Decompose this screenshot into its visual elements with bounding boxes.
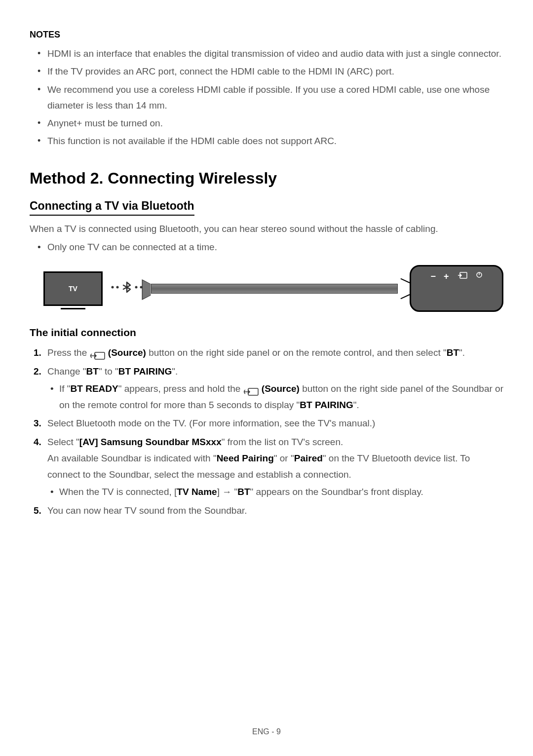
subsection-title: Connecting a TV via Bluetooth bbox=[30, 199, 194, 216]
step-bold: BT READY bbox=[71, 383, 118, 394]
source-icon bbox=[90, 349, 106, 358]
step-item: Press the (Source) button on the right s… bbox=[47, 344, 503, 361]
svg-point-0 bbox=[112, 286, 114, 288]
svg-point-2 bbox=[135, 286, 138, 288]
tv-stand-icon bbox=[61, 306, 85, 309]
step-bold: BT bbox=[86, 366, 99, 377]
step-text: ". bbox=[353, 400, 359, 410]
list-item: Only one TV can be connected at a time. bbox=[47, 239, 503, 255]
notes-header: NOTES bbox=[30, 30, 503, 40]
connector-icon bbox=[400, 288, 410, 289]
list-item: This function is not available if the HD… bbox=[47, 133, 503, 149]
step-bold: Need Pairing bbox=[217, 453, 274, 463]
bluetooth-icon bbox=[110, 281, 144, 296]
source-icon bbox=[457, 271, 468, 281]
step-text: ". bbox=[172, 366, 178, 377]
tv-label: TV bbox=[69, 285, 77, 293]
list-item: HDMI is an interface that enables the di… bbox=[47, 46, 503, 62]
nested-list: If "BT READY" appears, press and hold th… bbox=[47, 380, 503, 414]
step-text: When the TV is connected, [ bbox=[59, 487, 177, 497]
list-item: We recommend you use a coreless HDMI cab… bbox=[47, 82, 503, 114]
step-bold: BT bbox=[447, 347, 459, 358]
step-bold: (Source) bbox=[259, 383, 300, 394]
step-bold: BT PAIRING bbox=[118, 366, 172, 377]
notes-list: HDMI is an interface that enables the di… bbox=[30, 46, 503, 150]
plus-icon: + bbox=[444, 271, 449, 282]
step-text: " appears, press and hold the bbox=[118, 383, 243, 394]
step-text: ". bbox=[459, 347, 465, 358]
method-title: Method 2. Connecting Wirelessly bbox=[30, 169, 503, 188]
step-text: " to " bbox=[99, 366, 118, 377]
steps-list: Press the (Source) button on the right s… bbox=[30, 344, 503, 519]
connection-diagram: TV − + bbox=[43, 265, 503, 312]
step-text: If " bbox=[59, 383, 71, 394]
step-text: Change " bbox=[47, 366, 86, 377]
description-text: When a TV is connected using Bluetooth, … bbox=[30, 222, 503, 236]
soundbar-icon bbox=[151, 284, 398, 294]
power-icon bbox=[476, 271, 483, 280]
step-text: " from the list on TV's screen. bbox=[222, 437, 343, 447]
step-item: Select "[AV] Samsung Soundbar MSxxx" fro… bbox=[47, 434, 503, 500]
step-bold: [AV] Samsung Soundbar MSxxx bbox=[79, 437, 222, 447]
step-text: ] → " bbox=[217, 487, 238, 497]
step-bold: BT bbox=[237, 487, 250, 497]
step-item: Select Bluetooth mode on the TV. (For mo… bbox=[47, 415, 503, 431]
step-bold: Paired bbox=[294, 453, 323, 463]
svg-point-1 bbox=[116, 286, 119, 288]
step-text: Press the bbox=[47, 347, 90, 358]
step-text: Select " bbox=[47, 437, 79, 447]
list-item: If "BT READY" appears, press and hold th… bbox=[59, 380, 503, 414]
step-text: An available Soundbar is indicated with … bbox=[47, 453, 217, 463]
control-panel-icon: − + bbox=[410, 265, 503, 312]
step-bold: BT PAIRING bbox=[300, 400, 353, 410]
source-icon bbox=[243, 385, 259, 394]
list-item: When the TV is connected, [TV Name] → "B… bbox=[59, 484, 503, 500]
step-text: " appears on the Soundbar's front displa… bbox=[250, 487, 423, 497]
step-bold: (Source) bbox=[106, 347, 146, 358]
page-footer: ENG - 9 bbox=[0, 727, 533, 736]
step-item: You can now hear TV sound from the Sound… bbox=[47, 502, 503, 519]
step-bold: TV Name bbox=[177, 487, 217, 497]
list-item: Anynet+ must be turned on. bbox=[47, 115, 503, 131]
list-item: If the TV provides an ARC port, connect … bbox=[47, 64, 503, 79]
step-text: button on the right side panel or on the… bbox=[146, 347, 447, 358]
tv-icon: TV bbox=[43, 271, 103, 306]
minus-icon: − bbox=[430, 271, 436, 282]
step-item: Change "BT" to "BT PAIRING". If "BT READ… bbox=[47, 363, 503, 414]
initial-connection-heading: The initial connection bbox=[30, 327, 503, 339]
step-text: " or " bbox=[274, 453, 294, 463]
sub-list: Only one TV can be connected at a time. bbox=[30, 239, 503, 255]
notes-section: NOTES HDMI is an interface that enables … bbox=[30, 30, 503, 150]
nested-list: When the TV is connected, [TV Name] → "B… bbox=[47, 484, 503, 500]
